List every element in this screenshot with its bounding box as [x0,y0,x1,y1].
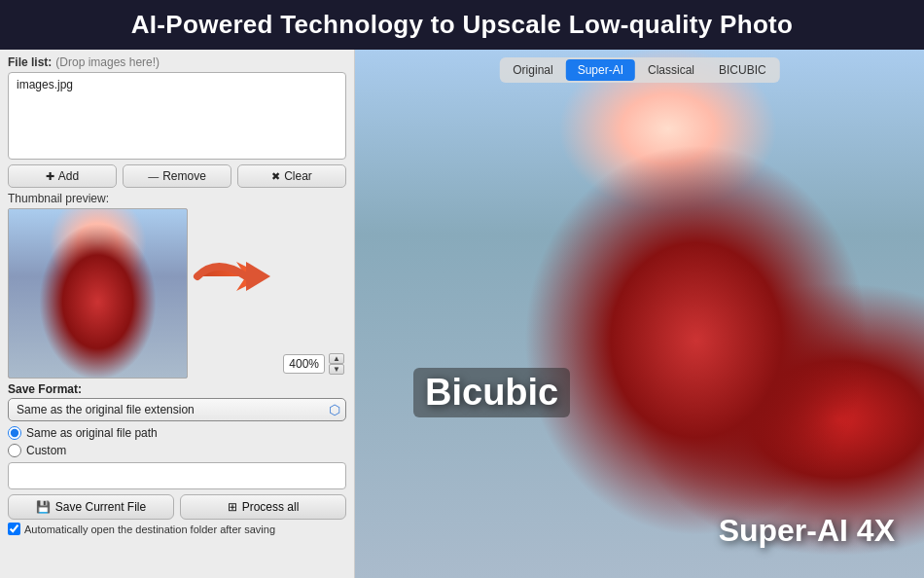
file-buttons: ✚ Add — Remove ✖ Clear [8,164,346,188]
auto-open-label: Automatically open the destination folde… [24,524,275,535]
remove-icon: — [148,170,159,182]
file-list-item[interactable]: images.jpg [15,77,339,92]
save-current-button[interactable]: 💾 Save Current File [8,494,174,520]
add-icon: ✚ [46,170,54,183]
save-current-label: Save Current File [55,500,146,514]
main-layout: File list: (Drop images here!) images.jp… [0,50,924,578]
tab-bicubic[interactable]: BICUBIC [707,59,778,81]
zoom-value: 400% [283,354,325,374]
remove-button[interactable]: — Remove [123,164,231,188]
process-all-button[interactable]: ⊞ Process all [180,494,346,520]
thumbnail-child-image [9,209,187,378]
clear-label: Clear [284,169,312,183]
thumbnail-image [8,208,188,379]
format-select[interactable]: Same as the original file extension JPEG… [8,398,346,421]
add-button[interactable]: ✚ Add [8,164,117,188]
tab-classical[interactable]: Classical [636,59,706,81]
auto-open-row[interactable]: Automatically open the destination folde… [8,523,346,535]
file-list-header: File list: (Drop images here!) [8,55,346,69]
auto-open-checkbox[interactable] [8,523,20,535]
arrow-icon [193,242,270,310]
right-panel: Original Super-AI Classical BICUBIC Bicu… [355,50,924,578]
radio-group: Same as original file path Custom [8,426,346,457]
header-banner: AI-Powered Technology to Upscale Low-qua… [0,0,924,50]
radio-same-path-input[interactable] [8,426,21,440]
clear-icon: ✖ [271,170,280,183]
zoom-stepper[interactable]: ▲ ▼ [329,353,344,375]
view-tabs: Original Super-AI Classical BICUBIC [499,57,779,83]
action-buttons: 💾 Save Current File ⊞ Process all [8,494,346,520]
arrow-container [188,237,275,315]
save-section: Save Format: Same as the original file e… [8,382,346,535]
format-select-wrapper: Same as the original file extension JPEG… [8,398,346,421]
save-icon: 💾 [36,500,51,514]
svg-marker-0 [246,262,270,291]
file-list-label: File list: [8,55,52,69]
tab-super-ai[interactable]: Super-AI [566,59,635,81]
zoom-up-button[interactable]: ▲ [329,353,344,364]
remove-label: Remove [162,169,206,183]
radio-custom-label: Custom [26,444,66,457]
custom-path-box[interactable] [8,462,346,489]
zoom-control: 400% ▲ ▼ [283,353,344,375]
left-panel: File list: (Drop images here!) images.jp… [0,50,355,578]
zoom-down-button[interactable]: ▼ [329,364,344,375]
save-format-label: Save Format: [8,382,346,396]
file-list-box[interactable]: images.jpg [8,72,346,160]
thumbnail-area: 400% ▲ ▼ [8,208,346,379]
radio-same-path-label: Same as original file path [26,426,158,440]
add-label: Add [58,169,79,183]
tab-original[interactable]: Original [501,59,564,81]
process-icon: ⊞ [228,500,237,514]
header-title: AI-Powered Technology to Upscale Low-qua… [131,10,793,39]
radio-custom[interactable]: Custom [8,444,346,457]
bicubic-overlay-label: Bicubic [413,368,570,417]
thumbnail-label: Thumbnail preview: [8,192,346,205]
radio-same-path[interactable]: Same as original file path [8,426,346,440]
process-all-label: Process all [242,500,300,514]
clear-button[interactable]: ✖ Clear [237,164,346,188]
super-ai-result-label: Super-AI 4X [719,513,895,549]
right-image: Original Super-AI Classical BICUBIC Bicu… [355,50,924,578]
file-list-hint: (Drop images here!) [55,55,160,69]
radio-custom-input[interactable] [8,444,21,457]
